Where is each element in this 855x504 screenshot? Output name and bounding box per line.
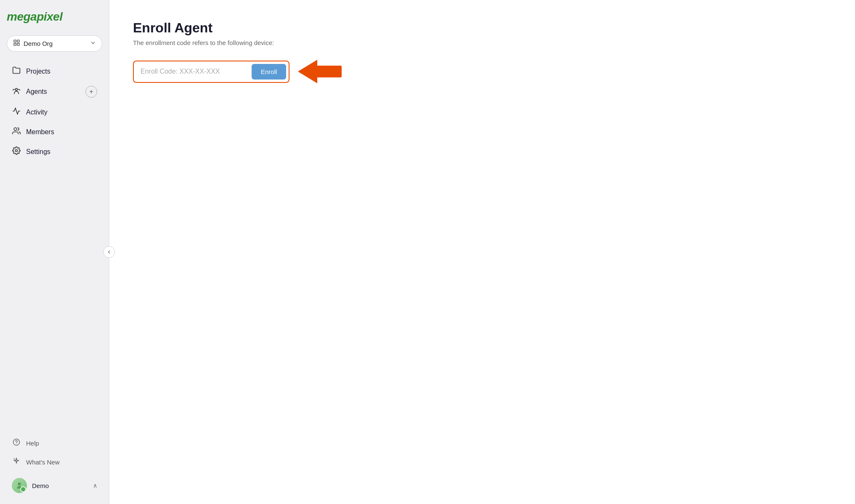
nav-section: Projects Agents + Activity — [7, 62, 102, 434]
logo: megapixel — [7, 10, 102, 24]
org-selector[interactable]: Demo Org — [7, 35, 102, 52]
sparkle-icon — [12, 457, 21, 467]
svg-rect-1 — [17, 40, 19, 42]
add-agent-button[interactable]: + — [85, 86, 97, 98]
enroll-button[interactable]: Enroll — [252, 64, 286, 80]
activity-icon — [12, 107, 21, 117]
svg-point-9 — [18, 483, 21, 485]
sidebar-item-activity-label: Activity — [26, 109, 97, 116]
sidebar-item-whats-new[interactable]: What's New — [7, 453, 102, 471]
org-icon — [13, 39, 20, 48]
user-name: Demo — [32, 482, 49, 489]
sidebar-item-whats-new-label: What's New — [26, 459, 60, 466]
svg-point-6 — [16, 150, 18, 152]
user-chevron-icon: ∧ — [93, 482, 97, 489]
page-title: Enroll Agent — [133, 20, 831, 36]
projects-icon — [12, 66, 21, 77]
svg-rect-3 — [17, 43, 19, 45]
sidebar-item-members[interactable]: Members — [7, 122, 102, 141]
sidebar-item-settings[interactable]: Settings — [7, 142, 102, 161]
sidebar-item-settings-label: Settings — [26, 148, 97, 156]
arrow-annotation — [298, 60, 342, 83]
sidebar-item-projects-label: Projects — [26, 68, 97, 75]
sidebar-item-members-label: Members — [26, 128, 97, 136]
org-name: Demo Org — [24, 40, 87, 47]
agents-icon — [12, 87, 21, 97]
user-profile-row[interactable]: Demo ∧ — [7, 474, 102, 497]
help-icon — [12, 438, 21, 448]
enroll-box: Enroll — [133, 61, 289, 83]
svg-rect-0 — [14, 40, 16, 42]
collapse-sidebar-button[interactable] — [103, 246, 115, 258]
settings-icon — [12, 146, 21, 157]
main-content: Enroll Agent The enrollment code refers … — [109, 0, 855, 504]
enroll-code-input[interactable] — [139, 64, 248, 79]
arrow-shaft — [317, 66, 342, 77]
sidebar-item-agents-label: Agents — [26, 88, 80, 95]
members-icon — [12, 127, 21, 137]
svg-point-4 — [16, 88, 18, 90]
page-subtitle: The enrollment code refers to the follow… — [133, 39, 831, 46]
sidebar-item-agents[interactable]: Agents + — [7, 82, 102, 102]
enroll-form-wrapper: Enroll — [133, 60, 831, 83]
arrow-head-icon — [298, 60, 317, 83]
sidebar-item-help[interactable]: Help — [7, 434, 102, 452]
sidebar-item-projects[interactable]: Projects — [7, 62, 102, 81]
svg-rect-2 — [14, 43, 16, 45]
org-chevron — [90, 40, 96, 47]
sidebar: megapixel Demo Org Projects — [0, 0, 109, 504]
svg-point-5 — [14, 128, 17, 131]
bottom-section: Help What's New Demo ∧ — [7, 434, 102, 497]
sidebar-item-help-label: Help — [26, 440, 39, 447]
user-avatar — [12, 478, 27, 493]
sidebar-item-activity[interactable]: Activity — [7, 103, 102, 122]
